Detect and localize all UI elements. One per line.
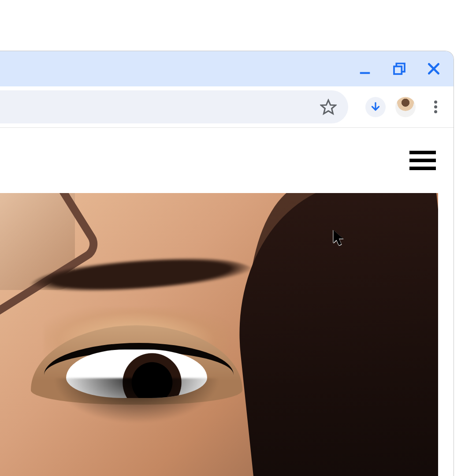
chrome-menu-button[interactable]	[428, 100, 443, 115]
browser-toolbar	[0, 86, 454, 128]
close-button[interactable]	[426, 61, 441, 76]
star-icon	[320, 99, 337, 115]
download-icon	[370, 101, 381, 113]
browser-window	[0, 51, 454, 476]
minimize-icon	[358, 62, 372, 75]
svg-rect-1	[394, 67, 402, 74]
svg-rect-0	[360, 72, 370, 74]
profile-button[interactable]	[395, 97, 416, 117]
hamburger-bar-icon	[409, 159, 436, 162]
close-icon	[427, 62, 441, 76]
kebab-dot-icon	[434, 105, 437, 108]
kebab-dot-icon	[434, 100, 437, 104]
svg-marker-4	[321, 100, 335, 114]
restore-icon	[392, 62, 406, 76]
bookmark-button[interactable]	[320, 99, 337, 115]
hair-shape	[224, 193, 438, 476]
hamburger-bar-icon	[409, 167, 436, 170]
omnibox-container	[0, 90, 356, 123]
site-menu-button[interactable]	[409, 151, 436, 170]
page-viewport[interactable]	[0, 128, 454, 476]
titlebar	[0, 51, 454, 86]
avatar-icon	[395, 97, 416, 117]
minimize-button[interactable]	[357, 61, 372, 76]
eye-shape	[31, 325, 242, 405]
hamburger-bar-icon	[409, 151, 436, 154]
site-header	[0, 128, 454, 193]
restore-button[interactable]	[392, 61, 407, 76]
downloads-button[interactable]	[365, 97, 386, 117]
hero-image	[0, 193, 438, 476]
kebab-dot-icon	[434, 110, 437, 113]
address-bar[interactable]	[0, 90, 348, 123]
